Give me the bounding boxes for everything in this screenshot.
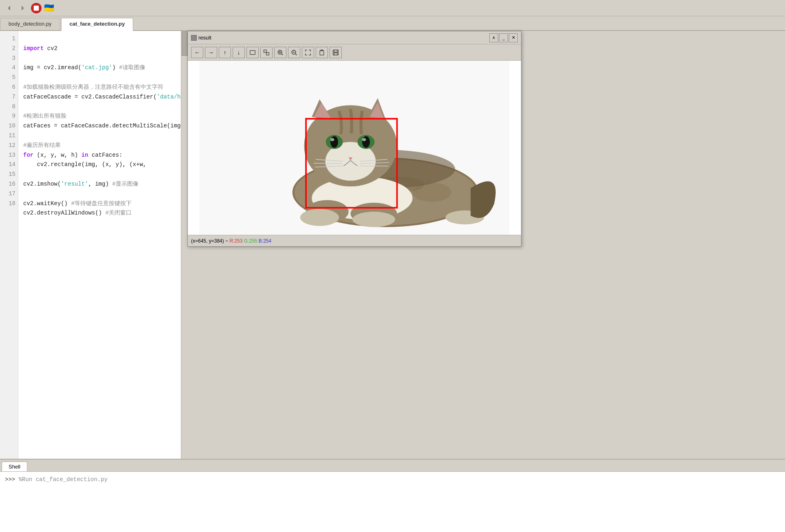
cat-detection-image [188,61,521,235]
img-tool-up[interactable]: ↑ [219,47,231,58]
svg-rect-16 [334,50,337,52]
b-value: 254 [263,238,271,244]
b-label: B: [257,238,263,244]
tab-body-detection[interactable]: body_detection.py [0,18,60,30]
result-img-toolbar: ← → ↑ ↓ [188,44,521,61]
shell-tab[interactable]: Shell [2,462,27,471]
svg-marker-0 [8,6,10,11]
r-label: R: [229,238,234,244]
code-content[interactable]: import cv2 img = cv2.imread('cat.jpg') #… [18,31,187,459]
top-toolbar: 🇺🇦 [0,0,785,16]
g-value: 255 [249,238,257,244]
result-image-area [188,61,521,235]
shell-command: %Run cat_face_detection.py [19,476,108,483]
svg-line-7 [281,54,283,55]
svg-line-11 [295,54,297,55]
svg-rect-3 [250,50,255,55]
svg-rect-2 [34,5,39,11]
result-window: result ∧ _ ✕ ← → ↑ ↓ [187,31,521,247]
svg-marker-1 [22,6,24,11]
result-window-minimize[interactable]: _ [499,33,508,42]
flag-icon: 🇺🇦 [44,3,54,13]
img-tool-zoom-out[interactable] [288,47,300,58]
shell-area: Shell >>> %Run cat_face_detection.py [0,459,785,532]
result-window-controls: ∧ _ ✕ [489,33,518,42]
svg-point-29 [352,212,395,227]
result-window-close[interactable]: ✕ [509,33,518,42]
pixel-coords: (x=645, y=384) [191,238,224,244]
img-tool-zoom-fit[interactable] [260,47,273,58]
result-window-title: result [198,35,211,41]
result-window-up[interactable]: ∧ [489,33,498,42]
r-value: 253 [234,238,242,244]
img-tool-forward[interactable]: → [205,47,217,58]
svg-point-39 [330,136,338,148]
svg-rect-4 [264,50,266,52]
shell-content[interactable]: >>> %Run cat_face_detection.py [0,472,785,532]
img-tool-clipboard[interactable] [316,47,328,58]
img-tool-fullscreen[interactable] [302,47,314,58]
svg-rect-5 [266,53,269,55]
svg-rect-17 [334,53,337,55]
svg-point-27 [300,209,339,226]
svg-point-42 [362,136,370,148]
svg-rect-13 [320,50,324,55]
result-status-bar: (x=645, y=384) ~ R: 253 G: 255 B: 254 [188,235,521,246]
img-tool-zoom-in[interactable] [274,47,286,58]
editor-scrollbar[interactable] [181,31,187,459]
scrollbar-thumb[interactable] [182,31,187,56]
g-label: G: [242,238,249,244]
stop-button[interactable] [31,3,42,13]
main-content: 123456789101112131415161718 import cv2 i… [0,31,785,532]
result-titlebar: result ∧ _ ✕ [188,31,521,44]
back-button[interactable] [3,2,15,14]
editor-area: body_detection.py cat_face_detection.py … [0,16,785,532]
pixel-separator: ~ [224,238,230,244]
shell-tab-bar: Shell [0,460,785,472]
svg-point-43 [362,138,366,141]
img-tool-back[interactable]: ← [191,47,203,58]
img-tool-down[interactable]: ↓ [233,47,245,58]
code-editor: 123456789101112131415161718 import cv2 i… [0,31,187,459]
svg-line-46 [314,163,342,164]
img-tool-fit[interactable] [246,47,259,58]
img-tool-save[interactable] [330,47,342,58]
forward-button[interactable] [17,2,29,14]
tab-bar: body_detection.py cat_face_detection.py [0,16,785,31]
shell-prompt: >>> [5,476,15,483]
svg-point-40 [330,138,334,141]
tab-cat-face-detection[interactable]: cat_face_detection.py [61,18,134,31]
result-window-icon [191,35,197,41]
line-numbers: 123456789101112131415161718 [0,31,18,459]
